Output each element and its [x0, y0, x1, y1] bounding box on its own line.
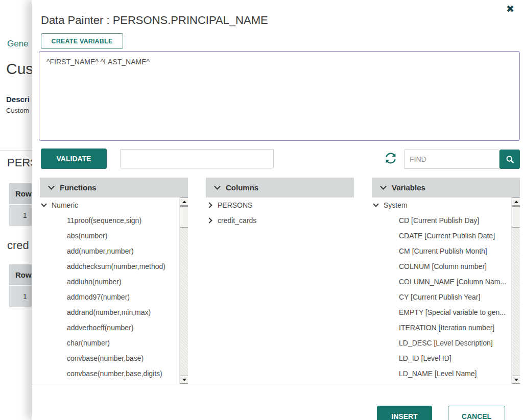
- find-input[interactable]: [404, 150, 500, 169]
- variable-item[interactable]: LD_ID [Level ID]: [372, 351, 520, 366]
- chevron-down-icon: [373, 202, 380, 209]
- footer-divider: [32, 384, 523, 384]
- function-item[interactable]: add(number,number): [40, 243, 188, 259]
- function-item[interactable]: 11proof(sequence,sign): [40, 213, 188, 228]
- columns-list: PERSONS credit_cards: [206, 197, 354, 384]
- function-item[interactable]: addrand(number,min,max): [40, 305, 188, 320]
- variables-panel-title: Variables: [392, 183, 425, 192]
- search-icon: [506, 155, 514, 164]
- variable-item[interactable]: CDATE [Current Publish Date]: [372, 228, 520, 243]
- function-item[interactable]: convbase(number,base,digits): [40, 366, 188, 381]
- chevron-down-icon: [41, 202, 48, 209]
- variable-item[interactable]: LD_NAME [Level Name]: [372, 366, 520, 381]
- chevron-down-icon: [49, 184, 55, 191]
- close-icon[interactable]: ✖: [506, 4, 514, 14]
- triangle-up-icon: [182, 201, 186, 203]
- function-item[interactable]: char(number): [40, 335, 188, 351]
- variable-item[interactable]: LD_DESC [Level Description]: [372, 335, 520, 351]
- columns-panel: Columns PERSONS credit_cards: [206, 178, 354, 384]
- column-group-credit-cards[interactable]: credit_cards: [206, 213, 354, 228]
- functions-list: Numeric 11proof(sequence,sign) abs(numbe…: [40, 197, 188, 384]
- variable-item[interactable]: COLNUM [Column number]: [372, 259, 520, 274]
- validate-input[interactable]: [120, 149, 274, 168]
- function-item[interactable]: addmod97(number): [40, 289, 188, 305]
- data-painter-dialog: Data Painter : PERSONS.PRINCIPAL_NAME ✖ …: [32, 0, 523, 420]
- triangle-down-icon: [514, 379, 518, 381]
- refresh-icon[interactable]: [384, 152, 397, 165]
- function-item[interactable]: convbase(number,base): [40, 351, 188, 366]
- table2-title: cred: [7, 239, 29, 252]
- function-item[interactable]: addverhoeff(number): [40, 320, 188, 335]
- chevron-down-icon: [381, 184, 387, 191]
- function-item[interactable]: addluhn(number): [40, 274, 188, 289]
- search-button[interactable]: [500, 150, 520, 169]
- scroll-thumb[interactable]: [512, 206, 520, 228]
- cancel-button[interactable]: CANCEL: [448, 406, 505, 420]
- scroll-up-button[interactable]: [180, 197, 188, 206]
- variable-item[interactable]: CM [Current Publish Month]: [372, 243, 520, 259]
- scroll-down-button[interactable]: [512, 376, 520, 384]
- triangle-up-icon: [514, 201, 518, 203]
- function-item[interactable]: addchecksum(number,method): [40, 259, 188, 274]
- description-text: Custom: [6, 107, 29, 114]
- variable-item[interactable]: CD [Current Publish Day]: [372, 213, 520, 228]
- variables-panel-header[interactable]: Variables: [372, 178, 520, 197]
- page-title: Cus: [6, 60, 33, 78]
- variables-list: System CD [Current Publish Day] CDATE [C…: [372, 197, 520, 384]
- column-group-persons[interactable]: PERSONS: [206, 197, 354, 213]
- variable-item[interactable]: CY [Current Publish Year]: [372, 289, 520, 305]
- functions-panel-header[interactable]: Functions: [40, 178, 188, 197]
- function-group-numeric[interactable]: Numeric: [40, 197, 188, 213]
- variables-panel: Variables System CD [Current Publish Day…: [372, 178, 520, 384]
- validate-button[interactable]: VALIDATE: [41, 149, 107, 169]
- functions-panel-title: Functions: [60, 183, 97, 192]
- description-label: Descri: [6, 95, 30, 104]
- chevron-down-icon: [215, 184, 221, 191]
- function-item[interactable]: abs(number): [40, 228, 188, 243]
- functions-panel: Functions Numeric 11proof(sequence,sign)…: [40, 178, 188, 384]
- variables-scrollbar[interactable]: [511, 197, 520, 384]
- insert-button[interactable]: INSERT: [377, 406, 432, 420]
- expression-editor[interactable]: ^FIRST_NAME^ ^LAST_NAME^: [39, 51, 520, 141]
- variable-item[interactable]: COLUMN_NAME [Column Nam...: [372, 274, 520, 289]
- create-variable-button[interactable]: CREATE VARIABLE: [41, 33, 123, 49]
- columns-panel-header[interactable]: Columns: [206, 178, 354, 197]
- chevron-right-icon: [207, 202, 214, 209]
- scroll-up-button[interactable]: [512, 197, 520, 206]
- dialog-title: Data Painter : PERSONS.PRINCIPAL_NAME: [41, 14, 268, 27]
- chevron-right-icon: [207, 217, 214, 224]
- functions-scrollbar[interactable]: [179, 197, 188, 384]
- scroll-down-button[interactable]: [180, 376, 188, 384]
- columns-panel-title: Columns: [226, 183, 258, 192]
- triangle-down-icon: [182, 379, 186, 381]
- scroll-thumb[interactable]: [180, 206, 188, 228]
- nav-link-general[interactable]: Gene: [7, 39, 29, 49]
- variable-item[interactable]: ITERATION [Iteration number]: [372, 320, 520, 335]
- variable-group-system[interactable]: System: [372, 197, 520, 213]
- variable-item[interactable]: EMPTY [Special variable to gen...: [372, 305, 520, 320]
